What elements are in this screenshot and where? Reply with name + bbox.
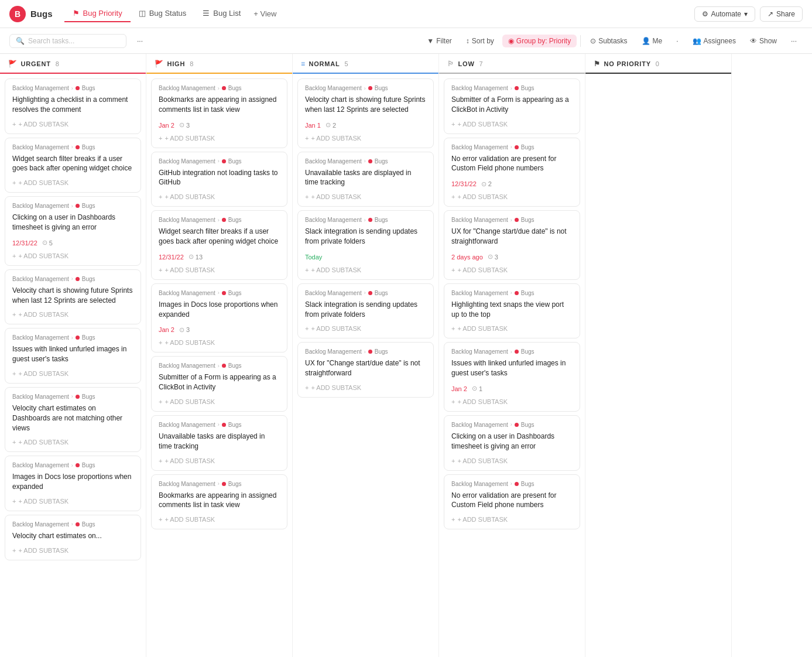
add-subtask-button[interactable]: ++ ADD SUBTASK bbox=[159, 191, 280, 204]
more-options-button[interactable]: ··· bbox=[785, 35, 803, 47]
task-card[interactable]: Backlog Management › Bugs No error valid… bbox=[444, 474, 580, 530]
add-subtask-icon: + bbox=[159, 516, 162, 523]
search-options-button[interactable]: ··· bbox=[131, 35, 149, 47]
task-card[interactable]: Backlog Management › Bugs Issues with li… bbox=[444, 342, 580, 412]
add-subtask-button[interactable]: ++ ADD SUBTASK bbox=[159, 396, 280, 409]
task-card[interactable]: Backlog Management › Bugs Velocity chart… bbox=[5, 515, 141, 560]
add-subtask-button[interactable]: ++ ADD SUBTASK bbox=[12, 368, 133, 381]
add-subtask-button[interactable]: ++ ADD SUBTASK bbox=[159, 132, 280, 145]
search-box[interactable]: 🔍 Search tasks... bbox=[9, 34, 126, 48]
task-card[interactable]: Backlog Management › Bugs Widget search … bbox=[151, 210, 287, 280]
task-card[interactable]: Backlog Management › Bugs UX for "Change… bbox=[444, 210, 580, 280]
me-button[interactable]: 👤 Me bbox=[636, 35, 669, 47]
tab-bug-priority[interactable]: ⚑ Bug Priority bbox=[64, 5, 131, 22]
add-subtask-button[interactable]: ++ ADD SUBTASK bbox=[12, 436, 133, 449]
task-card[interactable]: Backlog Management › Bugs No error valid… bbox=[444, 138, 580, 207]
task-card[interactable]: Backlog Management › Bugs GitHub integra… bbox=[151, 152, 287, 207]
task-card[interactable]: Backlog Management › Bugs Unavailable ta… bbox=[151, 415, 287, 471]
column-normal: ≡ NORMAL 5 Backlog Management › Bugs Vel… bbox=[293, 54, 439, 657]
add-subtask-icon: + bbox=[159, 398, 162, 405]
add-view-button[interactable]: + View bbox=[249, 5, 281, 22]
task-card[interactable]: Backlog Management › Bugs Images in Docs… bbox=[5, 456, 141, 511]
assignees-button[interactable]: 👥 Assignees bbox=[687, 35, 742, 47]
subtask-count: 2 bbox=[488, 180, 492, 187]
add-subtask-button[interactable]: ++ ADD SUBTASK bbox=[451, 396, 573, 409]
card-subtasks: ⊙2 bbox=[326, 121, 336, 129]
task-card[interactable]: Backlog Management › Bugs Velocity chart… bbox=[5, 387, 141, 452]
task-card[interactable]: Backlog Management › Bugs Submitter of a… bbox=[151, 356, 287, 412]
breadcrumb-project: Backlog Management bbox=[305, 85, 362, 91]
tab-bug-list[interactable]: ☰ Bug List bbox=[194, 5, 249, 22]
task-card[interactable]: Backlog Management › Bugs UX for "Change… bbox=[297, 342, 434, 398]
breadcrumb-project: Backlog Management bbox=[159, 362, 215, 369]
add-subtask-label: + ADD SUBTASK bbox=[457, 457, 508, 464]
add-subtask-button[interactable]: ++ ADD SUBTASK bbox=[305, 264, 426, 277]
breadcrumb-project: Backlog Management bbox=[305, 158, 362, 165]
card-breadcrumb: Backlog Management › Bugs bbox=[12, 276, 133, 282]
card-breadcrumb: Backlog Management › Bugs bbox=[12, 462, 133, 468]
breadcrumb-dot-icon bbox=[76, 145, 80, 149]
subtasks-button[interactable]: ⊙ Subtasks bbox=[584, 35, 633, 47]
breadcrumb-dot-icon bbox=[515, 145, 519, 149]
add-subtask-button[interactable]: ++ ADD SUBTASK bbox=[12, 118, 133, 131]
task-card[interactable]: Backlog Management › Bugs Velocity chart… bbox=[297, 78, 434, 148]
add-subtask-button[interactable]: ++ ADD SUBTASK bbox=[12, 495, 133, 508]
task-card[interactable]: Backlog Management › Bugs Clicking on a … bbox=[5, 196, 141, 266]
breadcrumb-section: Bugs bbox=[375, 290, 388, 296]
task-card[interactable]: Backlog Management › Bugs Widget search … bbox=[5, 138, 141, 193]
task-card[interactable]: Backlog Management › Bugs Bookmarks are … bbox=[151, 78, 287, 148]
card-title: Submitter of a Form is appearing as a Cl… bbox=[159, 372, 280, 392]
add-subtask-button[interactable]: ++ ADD SUBTASK bbox=[305, 132, 426, 145]
add-subtask-button[interactable]: ++ ADD SUBTASK bbox=[451, 323, 573, 336]
add-subtask-button[interactable]: ++ ADD SUBTASK bbox=[159, 337, 280, 350]
task-card[interactable]: Backlog Management › Bugs Slack integrat… bbox=[297, 283, 434, 339]
card-breadcrumb: Backlog Management › Bugs bbox=[451, 85, 573, 91]
task-card[interactable]: Backlog Management › Bugs Clicking on a … bbox=[444, 415, 580, 471]
card-breadcrumb: Backlog Management › Bugs bbox=[159, 290, 280, 296]
task-card[interactable]: Backlog Management › Bugs Bookmarks are … bbox=[151, 474, 287, 530]
tab-bug-status[interactable]: ◫ Bug Status bbox=[131, 5, 195, 22]
card-subtasks: ⊙2 bbox=[481, 180, 492, 188]
task-card[interactable]: Backlog Management › Bugs Unavailable ta… bbox=[297, 152, 434, 207]
share-button[interactable]: ↗ Share bbox=[760, 6, 803, 22]
breadcrumb-section: Bugs bbox=[521, 481, 535, 487]
filter-button[interactable]: ▼ Filter bbox=[421, 35, 458, 47]
add-subtask-button[interactable]: ++ ADD SUBTASK bbox=[12, 177, 133, 190]
task-card[interactable]: Backlog Management › Bugs Highlighting t… bbox=[444, 283, 580, 339]
card-footer: Today bbox=[305, 250, 426, 264]
col-flag-icon: ⚑ bbox=[594, 60, 601, 68]
search-icon: 🔍 bbox=[16, 37, 25, 45]
add-subtask-button[interactable]: ++ ADD SUBTASK bbox=[12, 250, 133, 263]
add-subtask-button[interactable]: ++ ADD SUBTASK bbox=[305, 382, 426, 395]
add-subtask-button[interactable]: ++ ADD SUBTASK bbox=[159, 514, 280, 526]
add-subtask-button[interactable]: ++ ADD SUBTASK bbox=[451, 118, 573, 131]
task-card[interactable]: Backlog Management › Bugs Highlighting a… bbox=[5, 78, 141, 134]
add-subtask-label: + ADD SUBTASK bbox=[311, 193, 361, 200]
add-subtask-button[interactable]: ++ ADD SUBTASK bbox=[451, 264, 573, 277]
sort-button[interactable]: ↕ Sort by bbox=[460, 35, 500, 47]
task-card[interactable]: Backlog Management › Bugs Issues with li… bbox=[5, 328, 141, 384]
task-card[interactable]: Backlog Management › Bugs Slack integrat… bbox=[297, 210, 434, 280]
breadcrumb-arrow-icon: › bbox=[511, 349, 512, 355]
task-card[interactable]: Backlog Management › Bugs Submitter of a… bbox=[444, 78, 580, 134]
automate-button[interactable]: ⚙ Automate ▾ bbox=[694, 6, 755, 22]
task-card[interactable]: Backlog Management › Bugs Velocity chart… bbox=[5, 269, 141, 325]
add-subtask-button[interactable]: ++ ADD SUBTASK bbox=[451, 514, 573, 526]
group-by-button[interactable]: ◉ Group by: Priority bbox=[502, 35, 577, 47]
add-subtask-button[interactable]: ++ ADD SUBTASK bbox=[451, 191, 573, 204]
add-subtask-button[interactable]: ++ ADD SUBTASK bbox=[159, 455, 280, 468]
breadcrumb-project: Backlog Management bbox=[451, 481, 508, 487]
show-button[interactable]: 👁 Show bbox=[744, 35, 783, 47]
card-title: No error validation are present for Cust… bbox=[451, 491, 573, 511]
add-subtask-button[interactable]: ++ ADD SUBTASK bbox=[451, 455, 573, 468]
add-subtask-button[interactable]: ++ ADD SUBTASK bbox=[12, 545, 133, 557]
add-subtask-button[interactable]: ++ ADD SUBTASK bbox=[305, 191, 426, 204]
breadcrumb-section: Bugs bbox=[82, 203, 95, 209]
add-subtask-button[interactable]: ++ ADD SUBTASK bbox=[159, 264, 280, 277]
add-subtask-button[interactable]: ++ ADD SUBTASK bbox=[305, 323, 426, 336]
card-footer: Jan 2⊙3 bbox=[159, 118, 280, 132]
breadcrumb-dot-icon bbox=[76, 204, 80, 208]
task-card[interactable]: Backlog Management › Bugs Images in Docs… bbox=[151, 283, 287, 353]
add-subtask-icon: + bbox=[159, 135, 162, 142]
add-subtask-button[interactable]: ++ ADD SUBTASK bbox=[12, 309, 133, 321]
